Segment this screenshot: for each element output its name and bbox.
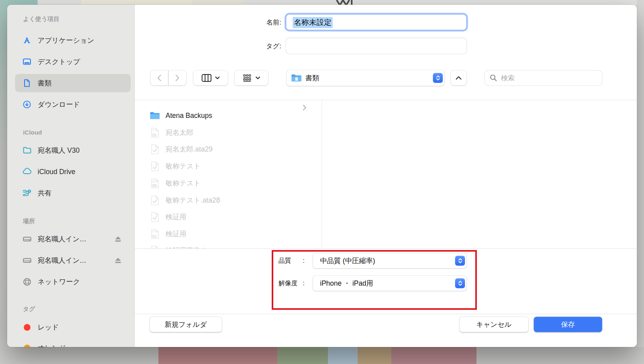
sidebar-item-atena-v30[interactable]: 宛名職人 V30 bbox=[7, 144, 135, 156]
location-popup-value: 書類 bbox=[305, 73, 319, 83]
divider bbox=[135, 314, 637, 314]
screen: よく使う項目 アプリケーション デスクトップ 書類 bbox=[0, 0, 644, 364]
svg-text:XML: XML bbox=[152, 185, 156, 187]
sidebar-item-icloud-drive[interactable]: iCloud Drive bbox=[7, 166, 135, 178]
eject-icon[interactable] bbox=[114, 257, 122, 264]
wallpaper-patch bbox=[277, 347, 328, 364]
file-name: 宛名太郎.ata29 bbox=[166, 144, 213, 154]
filename-selected-text: 名称未設定 bbox=[293, 17, 333, 28]
wallpaper-patch bbox=[158, 347, 277, 364]
search-icon bbox=[490, 74, 497, 82]
sidebar-item-shared[interactable]: 共有 bbox=[7, 187, 135, 199]
sidebar-item-label: 共有 bbox=[38, 188, 51, 198]
resolution-popup[interactable]: iPhone ・ iPad用 bbox=[313, 276, 467, 291]
search-field[interactable]: 検索 bbox=[485, 70, 602, 85]
sidebar-item-downloads[interactable]: ダウンロード bbox=[7, 99, 135, 110]
desktop-wallpaper-left bbox=[0, 0, 8, 364]
sidebar-item-label: 宛名職人イン… bbox=[38, 256, 86, 265]
appstore-icon bbox=[22, 36, 32, 45]
file-row-folder[interactable]: Atena Backups bbox=[135, 108, 322, 123]
new-folder-button[interactable]: 新規フォルダ bbox=[150, 317, 222, 332]
wallpaper-patch bbox=[328, 347, 358, 364]
sidebar-item-label: アプリケーション bbox=[38, 36, 94, 45]
ata-file-icon bbox=[150, 144, 160, 154]
sidebar-item-label: デスクトップ bbox=[38, 57, 80, 66]
ata-file-icon bbox=[150, 245, 160, 248]
up-directory-button[interactable] bbox=[451, 70, 467, 85]
file-name: 検証用 bbox=[166, 212, 187, 222]
search-placeholder: 検索 bbox=[501, 74, 514, 83]
file-row[interactable]: 敬称テスト bbox=[135, 159, 322, 173]
file-row[interactable]: 検証用 bbox=[135, 210, 322, 224]
sidebar-section-tags-title: タグ bbox=[23, 303, 35, 315]
svg-text:csv: csv bbox=[153, 235, 156, 237]
file-row[interactable]: 宛名太郎.ata29 bbox=[135, 142, 322, 156]
sidebar-item-label: オレンジ bbox=[38, 343, 66, 347]
save-dialog: よく使う項目 アプリケーション デスクトップ 書類 bbox=[7, 5, 637, 347]
resolution-label-colon: : bbox=[303, 280, 305, 287]
popup-stepper-icon[interactable] bbox=[455, 279, 465, 288]
quality-label-colon: : bbox=[303, 257, 305, 264]
file-name: 敬称テスト bbox=[166, 161, 201, 171]
cancel-button[interactable]: キャンセル bbox=[459, 317, 528, 332]
folder-icon bbox=[22, 146, 32, 155]
file-row-clipped[interactable]: 検証用葉書き bbox=[135, 243, 322, 248]
sidebar-item-documents[interactable]: 書類 bbox=[7, 77, 135, 89]
file-name: 敬称テスト.ata28 bbox=[166, 195, 220, 205]
resolution-popup-value: iPhone ・ iPad用 bbox=[320, 279, 373, 288]
sidebar-item-label: ネットワーク bbox=[38, 277, 80, 286]
quality-label-text: 品質 bbox=[278, 257, 291, 265]
save-button[interactable]: 保存 bbox=[534, 317, 602, 332]
chevron-down-icon bbox=[215, 76, 220, 80]
tags-input[interactable] bbox=[286, 38, 467, 54]
forward-button[interactable] bbox=[169, 70, 186, 85]
name-field-label: 名前: bbox=[226, 14, 281, 30]
sidebar-item-label: 宛名職人 V30 bbox=[38, 146, 80, 155]
file-name: 検証用葉書き bbox=[166, 246, 207, 248]
view-mode-button[interactable] bbox=[193, 70, 228, 85]
location-popup[interactable]: 書類 bbox=[287, 70, 444, 86]
filename-input[interactable]: 名称未設定 bbox=[286, 14, 467, 30]
popup-stepper-icon[interactable] bbox=[455, 256, 465, 266]
file-row[interactable]: csv 宛名太郎 bbox=[135, 125, 322, 140]
sidebar-section-locations-title: 場所 bbox=[23, 215, 35, 227]
desktop-wallpaper-right bbox=[637, 0, 644, 364]
ata-file-icon bbox=[150, 212, 160, 222]
sidebar-item-tag-red[interactable]: レッド bbox=[7, 321, 135, 333]
disclosure-chevron-icon[interactable] bbox=[303, 104, 307, 111]
sidebar-item-label: iCloud Drive bbox=[38, 168, 75, 176]
orange-tag-icon bbox=[22, 343, 32, 347]
document-icon bbox=[22, 78, 32, 88]
sidebar-item-applications[interactable]: アプリケーション bbox=[7, 34, 135, 46]
file-name: 宛名太郎 bbox=[166, 128, 193, 137]
harddrive-icon bbox=[22, 234, 32, 244]
back-button[interactable] bbox=[151, 70, 168, 85]
file-row[interactable]: 敬称テスト.ata28 bbox=[135, 193, 322, 207]
column-view-icon bbox=[202, 74, 211, 82]
finder-sidebar: よく使う項目 アプリケーション デスクトップ 書類 bbox=[7, 5, 135, 347]
sidebar-item-desktop[interactable]: デスクトップ bbox=[7, 56, 135, 68]
sidebar-item-tag-orange[interactable]: オレンジ bbox=[7, 342, 135, 347]
file-row[interactable]: csv 検証用 bbox=[135, 227, 322, 241]
wallpaper-patch bbox=[358, 347, 391, 364]
sidebar-item-label: ダウンロード bbox=[38, 100, 80, 109]
divider bbox=[135, 248, 637, 249]
quality-popup-value: 中品質 (中圧縮率) bbox=[320, 256, 375, 265]
shared-folder-icon bbox=[22, 188, 32, 198]
eject-icon[interactable] bbox=[114, 236, 122, 243]
resolution-label-text: 解像度 bbox=[278, 279, 297, 288]
sidebar-item-network[interactable]: ネットワーク bbox=[7, 276, 135, 288]
file-row[interactable]: XML 敬称テスト bbox=[135, 176, 322, 190]
cloud-icon bbox=[22, 167, 32, 176]
ata-file-icon bbox=[150, 161, 160, 171]
documents-folder-icon bbox=[291, 74, 302, 82]
wallpaper-patch bbox=[391, 347, 476, 364]
group-by-button[interactable] bbox=[234, 70, 268, 85]
popup-stepper-icon[interactable] bbox=[433, 73, 443, 83]
red-tag-icon bbox=[22, 322, 32, 332]
quality-popup[interactable]: 中品質 (中圧縮率) bbox=[313, 253, 467, 268]
sidebar-item-volume-1[interactable]: 宛名職人イン… bbox=[7, 233, 135, 245]
sidebar-item-volume-2[interactable]: 宛名職人イン… bbox=[7, 254, 135, 266]
tags-field-label: タグ: bbox=[226, 38, 281, 54]
download-circle-icon bbox=[22, 100, 32, 109]
